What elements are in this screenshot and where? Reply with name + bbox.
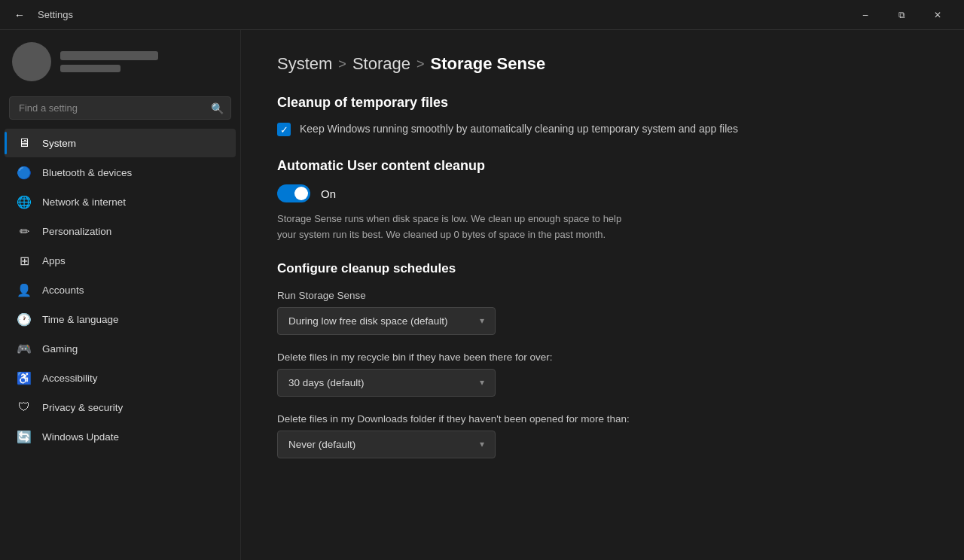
titlebar: ← Settings – ⧉ ✕ — [0, 0, 964, 30]
breadcrumb-storage-sense: Storage Sense — [430, 54, 545, 74]
cleanup-checkbox-row: ✓ Keep Windows running smoothly by autom… — [277, 121, 928, 137]
accounts-icon: 👤 — [17, 282, 32, 297]
apps-icon: ⊞ — [17, 253, 32, 268]
close-button[interactable]: ✕ — [920, 3, 955, 27]
privacy-icon: 🛡 — [17, 400, 32, 415]
accessibility-icon: ♿ — [17, 370, 32, 385]
sidebar-item-gaming[interactable]: 🎮Gaming — [5, 334, 236, 363]
cleanup-section-title: Cleanup of temporary files — [277, 95, 928, 111]
sidebar-item-system[interactable]: 🖥System — [5, 129, 236, 157]
recycle-dropdown-chevron-icon: ▾ — [480, 377, 484, 388]
network-icon: 🌐 — [17, 194, 32, 209]
recycle-bin-dropdown[interactable]: 30 days (default) ▾ — [277, 369, 496, 397]
breadcrumb: System > Storage > Storage Sense — [277, 54, 928, 74]
run-storage-sense-group: Run Storage Sense During low free disk s… — [277, 290, 928, 335]
cleanup-checkbox[interactable]: ✓ — [277, 123, 291, 136]
auto-cleanup-toggle[interactable] — [277, 184, 310, 202]
run-storage-sense-value: During low free disk space (default) — [288, 315, 448, 327]
sidebar-item-time[interactable]: 🕐Time & language — [5, 305, 236, 333]
minimize-button[interactable]: – — [848, 3, 883, 27]
sidebar-item-update[interactable]: 🔄Windows Update — [5, 422, 236, 451]
search-input[interactable] — [9, 96, 231, 120]
auto-cleanup-description: Storage Sense runs when disk space is lo… — [277, 212, 639, 243]
sidebar-item-label-privacy: Privacy & security — [42, 402, 123, 413]
recycle-bin-group: Delete files in my recycle bin if they h… — [277, 352, 928, 397]
downloads-dropdown-chevron-icon: ▾ — [480, 439, 484, 449]
avatar — [12, 42, 51, 81]
gaming-icon: 🎮 — [17, 341, 32, 356]
nav-list: 🖥System🔵Bluetooth & devices🌐Network & in… — [0, 129, 240, 451]
run-dropdown-chevron-icon: ▾ — [480, 315, 484, 326]
breadcrumb-system[interactable]: System — [277, 54, 332, 74]
personalization-icon: ✏ — [17, 224, 32, 239]
checkmark-icon: ✓ — [280, 124, 288, 135]
sidebar-item-network[interactable]: 🌐Network & internet — [5, 187, 236, 216]
breadcrumb-sep1: > — [338, 56, 346, 72]
system-icon: 🖥 — [17, 135, 32, 151]
sidebar: 🔍 🖥System🔵Bluetooth & devices🌐Network & … — [0, 30, 241, 560]
restore-button[interactable]: ⧉ — [884, 3, 919, 27]
sidebar-item-label-apps: Apps — [42, 255, 66, 266]
sidebar-item-label-bluetooth: Bluetooth & devices — [42, 167, 132, 178]
run-storage-sense-dropdown[interactable]: During low free disk space (default) ▾ — [277, 307, 496, 335]
sidebar-item-accessibility[interactable]: ♿Accessibility — [5, 364, 236, 392]
downloads-value: Never (default) — [288, 439, 355, 450]
user-area — [0, 30, 240, 90]
user-info — [60, 51, 228, 72]
sidebar-item-label-time: Time & language — [42, 314, 119, 325]
search-box: 🔍 — [9, 96, 231, 120]
cleanup-checkbox-label: Keep Windows running smoothly by automat… — [300, 121, 738, 137]
auto-cleanup-title: Automatic User content cleanup — [277, 158, 928, 174]
sidebar-item-label-system: System — [42, 138, 76, 149]
sidebar-item-label-gaming: Gaming — [42, 343, 78, 355]
time-icon: 🕐 — [17, 312, 32, 327]
bluetooth-icon: 🔵 — [17, 165, 32, 180]
back-icon: ← — [14, 9, 25, 21]
toggle-label: On — [321, 187, 336, 200]
sidebar-item-label-update: Windows Update — [42, 431, 119, 443]
breadcrumb-storage[interactable]: Storage — [352, 54, 410, 74]
run-storage-sense-label: Run Storage Sense — [277, 290, 928, 301]
search-icon: 🔍 — [211, 102, 224, 114]
app-body: 🔍 🖥System🔵Bluetooth & devices🌐Network & … — [0, 30, 964, 560]
sidebar-item-label-accounts: Accounts — [42, 285, 84, 296]
downloads-label: Delete files in my Downloads folder if t… — [277, 413, 928, 425]
recycle-bin-value: 30 days (default) — [288, 377, 365, 388]
breadcrumb-sep2: > — [416, 56, 425, 72]
sidebar-item-label-accessibility: Accessibility — [42, 373, 98, 384]
schedules-title: Configure cleanup schedules — [277, 261, 928, 276]
sidebar-item-bluetooth[interactable]: 🔵Bluetooth & devices — [5, 158, 236, 187]
toggle-row: On — [277, 184, 928, 202]
downloads-group: Delete files in my Downloads folder if t… — [277, 413, 928, 458]
sidebar-item-label-network: Network & internet — [42, 196, 126, 208]
sidebar-item-personalization[interactable]: ✏Personalization — [5, 217, 236, 245]
sidebar-item-label-personalization: Personalization — [42, 226, 111, 237]
window-controls: – ⧉ ✕ — [848, 3, 955, 27]
app-title: Settings — [38, 9, 840, 20]
back-button[interactable]: ← — [9, 5, 30, 26]
sidebar-item-apps[interactable]: ⊞Apps — [5, 246, 236, 275]
user-tag — [60, 65, 120, 72]
recycle-bin-label: Delete files in my recycle bin if they h… — [277, 352, 928, 363]
sidebar-item-privacy[interactable]: 🛡Privacy & security — [5, 393, 236, 422]
update-icon: 🔄 — [17, 429, 32, 444]
downloads-dropdown[interactable]: Never (default) ▾ — [277, 431, 496, 458]
toggle-knob — [294, 187, 308, 200]
main-content: System > Storage > Storage Sense Cleanup… — [241, 30, 964, 560]
sidebar-item-accounts[interactable]: 👤Accounts — [5, 275, 236, 304]
user-name — [60, 51, 158, 60]
